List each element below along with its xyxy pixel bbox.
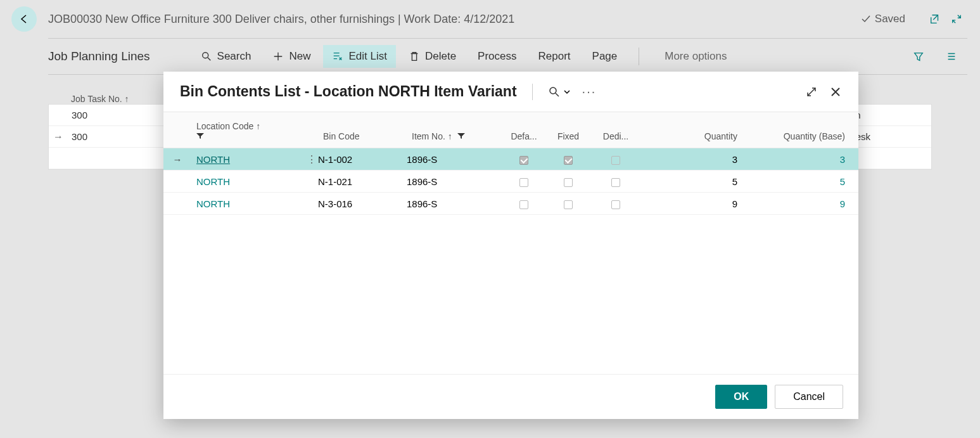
dedicated-checkbox[interactable]	[611, 156, 620, 165]
fixed-checkbox[interactable]	[564, 200, 573, 209]
process-button[interactable]: Process	[469, 45, 525, 68]
row-menu-icon[interactable]: ⋮	[305, 153, 318, 165]
page-button[interactable]: Page	[583, 45, 627, 68]
dialog-grid: Location Code ↑ Bin Code Item No. ↑ Defa…	[163, 112, 858, 374]
filter-applied-icon	[196, 133, 204, 139]
default-checkbox[interactable]	[519, 156, 528, 165]
dialog-title: Bin Contents List - Location NORTH Item …	[180, 83, 517, 100]
dialog-header-separator	[532, 84, 533, 100]
more-options-button[interactable]: More options	[665, 50, 727, 63]
toolbar-separator	[639, 48, 639, 65]
dedicated-checkbox[interactable]	[611, 178, 620, 187]
quantity-base-link[interactable]: 3	[840, 154, 845, 165]
col-item[interactable]: Item No. ↑	[407, 129, 502, 144]
fixed-checkbox[interactable]	[564, 178, 573, 187]
dialog-footer: OK Cancel	[163, 374, 858, 419]
item-cell: 1896-S	[407, 154, 502, 165]
edit-list-button[interactable]: Edit List	[323, 45, 395, 68]
report-label: Report	[538, 50, 571, 63]
col-item-label: Item No. ↑	[412, 131, 452, 141]
process-label: Process	[478, 50, 516, 63]
filter-icon[interactable]	[913, 51, 924, 62]
col-dedicated[interactable]: Dedi...	[590, 129, 641, 144]
saved-label: Saved	[875, 13, 905, 25]
toolbar-title: Job Planning Lines	[48, 49, 150, 63]
new-label: New	[289, 50, 310, 63]
dialog-search-button[interactable]	[548, 86, 571, 98]
edit-list-icon	[332, 51, 343, 62]
col-fixed[interactable]: Fixed	[546, 129, 590, 144]
search-label: Search	[217, 50, 251, 63]
col-location-label: Location Code ↑	[196, 121, 260, 131]
saved-indicator: Saved	[861, 13, 905, 25]
chevron-down-icon	[563, 88, 571, 96]
cancel-button[interactable]: Cancel	[775, 385, 843, 409]
new-button[interactable]: New	[264, 45, 319, 68]
toolbar: Job Planning Lines Search New Edit List …	[0, 39, 980, 74]
location-link[interactable]: NORTH	[196, 176, 230, 187]
page-title: JOB00030 New Office Furniture 300 Delive…	[48, 13, 861, 26]
location-link[interactable]: NORTH	[196, 198, 230, 209]
dedicated-checkbox[interactable]	[611, 200, 620, 209]
bg-jobtask-cell: 300	[68, 131, 156, 142]
table-row[interactable]: NORTHN-1-0211896-S55	[163, 171, 858, 193]
back-button[interactable]	[11, 6, 37, 32]
quantity-cell: 9	[641, 198, 749, 209]
page-label: Page	[592, 50, 618, 63]
ok-button[interactable]: OK	[715, 385, 767, 409]
search-icon	[201, 51, 212, 62]
default-checkbox[interactable]	[519, 178, 528, 187]
svg-point-1	[550, 87, 556, 94]
grid-header-row: Location Code ↑ Bin Code Item No. ↑ Defa…	[163, 112, 858, 148]
item-cell: 1896-S	[407, 198, 502, 209]
report-button[interactable]: Report	[530, 45, 580, 68]
col-location[interactable]: Location Code ↑	[191, 119, 305, 144]
table-row[interactable]: →NORTH⋮N-1-0021896-S33	[163, 148, 858, 171]
bin-contents-dialog: Bin Contents List - Location NORTH Item …	[163, 72, 858, 419]
delete-label: Delete	[425, 50, 456, 63]
filter-applied-icon	[457, 133, 465, 139]
collapse-icon[interactable]	[951, 13, 962, 25]
dialog-header: Bin Contents List - Location NORTH Item …	[163, 72, 858, 112]
trash-icon	[409, 51, 420, 62]
bg-jobtask-cell: 300	[68, 110, 156, 120]
page-header: JOB00030 New Office Furniture 300 Delive…	[0, 0, 980, 38]
search-icon	[548, 86, 561, 98]
quantity-base-link[interactable]: 9	[840, 198, 845, 209]
popout-icon[interactable]	[929, 13, 941, 25]
bin-cell: N-3-016	[318, 198, 407, 209]
bin-cell: N-1-021	[318, 176, 407, 187]
dialog-more-icon[interactable]: ···	[582, 84, 597, 99]
col-default[interactable]: Defa...	[502, 129, 546, 144]
row-arrow: →	[163, 154, 191, 165]
bin-cell: N-1-002	[318, 154, 407, 165]
fixed-checkbox[interactable]	[564, 156, 573, 165]
quantity-base-link[interactable]: 5	[840, 176, 845, 187]
table-row[interactable]: NORTHN-3-0161896-S99	[163, 193, 858, 215]
item-cell: 1896-S	[407, 176, 502, 187]
plus-icon	[272, 51, 284, 62]
expand-icon[interactable]	[805, 86, 818, 98]
svg-point-0	[202, 53, 208, 58]
edit-list-label: Edit List	[348, 50, 386, 63]
default-checkbox[interactable]	[519, 200, 528, 209]
quantity-cell: 3	[641, 154, 749, 165]
arrow-left-icon	[18, 13, 30, 25]
bg-col-jobtask[interactable]: Job Task No. ↑	[48, 94, 156, 104]
col-quantity[interactable]: Quantity	[641, 129, 749, 144]
quantity-cell: 5	[641, 176, 749, 187]
row-indicator: →	[49, 131, 68, 143]
col-bin[interactable]: Bin Code	[318, 129, 407, 144]
close-icon[interactable]	[829, 86, 842, 98]
col-quantity-base[interactable]: Quantity (Base)	[749, 129, 856, 144]
delete-button[interactable]: Delete	[400, 45, 465, 68]
check-icon	[861, 14, 871, 24]
search-button[interactable]: Search	[192, 45, 260, 68]
location-link[interactable]: NORTH	[196, 154, 230, 165]
list-settings-icon[interactable]	[946, 51, 957, 62]
